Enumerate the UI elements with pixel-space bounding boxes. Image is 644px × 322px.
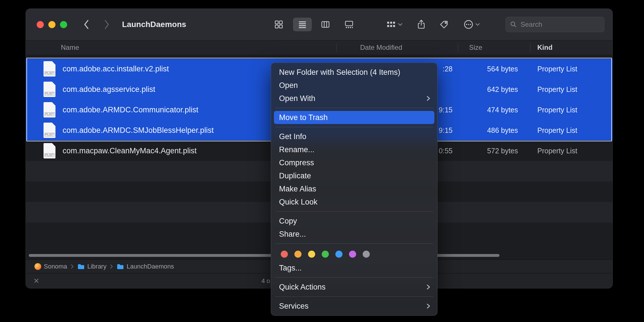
menu-item-share[interactable]: Share...	[271, 228, 437, 241]
path-item-folder[interactable]: Library	[77, 263, 106, 270]
tag-color-gray[interactable]	[363, 251, 370, 258]
menu-item-label: Duplicate	[279, 169, 311, 182]
menu-separator	[275, 211, 433, 212]
menu-separator	[275, 243, 433, 244]
list-view-icon	[298, 20, 307, 29]
plist-file-icon: PLIST	[44, 61, 55, 77]
tag-color-yellow[interactable]	[308, 251, 315, 258]
file-kind: Property List	[537, 100, 577, 120]
menu-item-rename[interactable]: Rename...	[271, 143, 437, 156]
menu-item-quick-look[interactable]: Quick Look	[271, 195, 437, 209]
list-view-button[interactable]	[298, 20, 307, 29]
file-name: com.adobe.acc.installer.v2.plist	[63, 59, 169, 79]
tag-color-red[interactable]	[281, 251, 288, 258]
menu-item-make-alias[interactable]: Make Alias	[271, 182, 437, 195]
share-icon	[416, 19, 426, 30]
window-title: LaunchDaemons	[122, 9, 186, 40]
menu-item-compress[interactable]: Compress	[271, 156, 437, 169]
gallery-view-icon	[344, 20, 354, 29]
file-name: com.adobe.agsservice.plist	[63, 79, 155, 100]
file-kind: Property List	[537, 79, 577, 100]
tag-colors-row	[271, 247, 437, 261]
plist-file-icon: PLIST	[44, 82, 55, 97]
tags-button[interactable]	[439, 20, 449, 29]
plist-file-icon: PLIST	[44, 143, 55, 158]
tag-color-purple[interactable]	[349, 251, 356, 258]
menu-item-label: Get Info	[279, 130, 306, 143]
menu-item-label: Open	[279, 79, 298, 92]
menu-item-tags[interactable]: Tags...	[271, 261, 437, 274]
close-button[interactable]	[37, 21, 44, 28]
file-kind: Property List	[537, 120, 577, 141]
menu-item-duplicate[interactable]: Duplicate	[271, 169, 437, 182]
file-name: com.adobe.ARMDC.Communicator.plist	[63, 100, 198, 120]
chevron-down-icon	[475, 23, 480, 26]
path-label: LaunchDaemons	[127, 263, 174, 270]
column-divider	[458, 43, 458, 52]
menu-item-label: Move to Trash	[279, 111, 328, 124]
menu-item-services[interactable]: Services	[271, 300, 437, 313]
column-header-date[interactable]: Date Modified	[360, 40, 402, 55]
file-size: 474 bytes	[447, 100, 518, 120]
file-name: com.macpaw.CleanMyMac4.Agent.plist	[63, 141, 197, 161]
tag-color-blue[interactable]	[335, 251, 342, 258]
menu-item-label: New Folder with Selection (4 Items)	[279, 66, 400, 79]
menu-item-move-to-trash[interactable]: Move to Trash	[274, 111, 434, 124]
menu-item-label: Open With	[279, 92, 315, 105]
column-header-row: Name Date Modified Size Kind	[26, 40, 612, 55]
menu-item-get-info[interactable]: Get Info	[271, 130, 437, 143]
gallery-view-button[interactable]	[344, 20, 354, 29]
menu-separator	[275, 108, 433, 108]
chevron-down-icon	[398, 23, 403, 26]
file-size: 572 bytes	[447, 141, 518, 161]
menu-item-label: Quick Actions	[279, 280, 326, 294]
menu-item-label: Quick Look	[279, 195, 317, 209]
menu-item-quick-actions[interactable]: Quick Actions	[271, 280, 437, 294]
column-header-name[interactable]: Name	[61, 40, 79, 55]
context-menu: New Folder with Selection (4 Items) Open…	[271, 63, 437, 316]
path-chevron-icon	[71, 264, 74, 269]
menu-item-label: Tags...	[279, 261, 302, 274]
menu-item-copy[interactable]: Copy	[271, 214, 437, 228]
back-button[interactable]	[82, 18, 90, 31]
menu-item-label: Rename...	[279, 143, 315, 156]
grid-view-icon	[274, 20, 284, 29]
menu-item-label: Compress	[279, 156, 314, 169]
share-button[interactable]	[416, 19, 426, 30]
status-x-icon[interactable]	[33, 278, 40, 284]
more-actions-button[interactable]	[463, 19, 480, 30]
forward-button[interactable]	[103, 18, 111, 31]
plist-badge: PLIST	[44, 92, 55, 96]
column-header-size[interactable]: Size	[469, 40, 482, 55]
tag-color-orange[interactable]	[294, 251, 302, 258]
desktop: LaunchDaemons	[0, 0, 644, 322]
path-item-folder[interactable]: LaunchDaemons	[117, 263, 174, 270]
group-by-icon	[386, 20, 396, 29]
menu-item-new-folder-with-selection[interactable]: New Folder with Selection (4 Items)	[271, 66, 437, 79]
tag-color-green[interactable]	[322, 251, 329, 258]
group-by-button[interactable]	[386, 20, 403, 29]
title-bar[interactable]: LaunchDaemons	[26, 9, 612, 40]
folder-icon	[117, 263, 124, 270]
plist-badge: PLIST	[44, 133, 55, 137]
menu-separator	[275, 296, 433, 297]
file-size: 564 bytes	[447, 59, 518, 79]
zoom-button[interactable]	[60, 21, 67, 28]
search-field[interactable]	[505, 17, 604, 32]
disk-icon	[34, 263, 41, 270]
menu-item-open-with[interactable]: Open With	[271, 92, 437, 105]
folder-icon	[77, 263, 85, 270]
column-header-kind[interactable]: Kind	[537, 40, 552, 55]
menu-item-label: Share...	[279, 228, 306, 241]
menu-separator	[275, 277, 433, 278]
search-input[interactable]	[520, 20, 600, 29]
minimize-button[interactable]	[48, 21, 55, 28]
column-view-button[interactable]	[321, 20, 330, 29]
icon-view-button[interactable]	[274, 20, 284, 29]
tag-icon	[439, 20, 449, 29]
menu-separator	[275, 127, 433, 127]
column-view-icon	[321, 20, 330, 29]
chevron-right-icon	[103, 18, 111, 31]
menu-item-open[interactable]: Open	[271, 79, 437, 92]
path-item-disk[interactable]: Sonoma	[34, 263, 67, 270]
